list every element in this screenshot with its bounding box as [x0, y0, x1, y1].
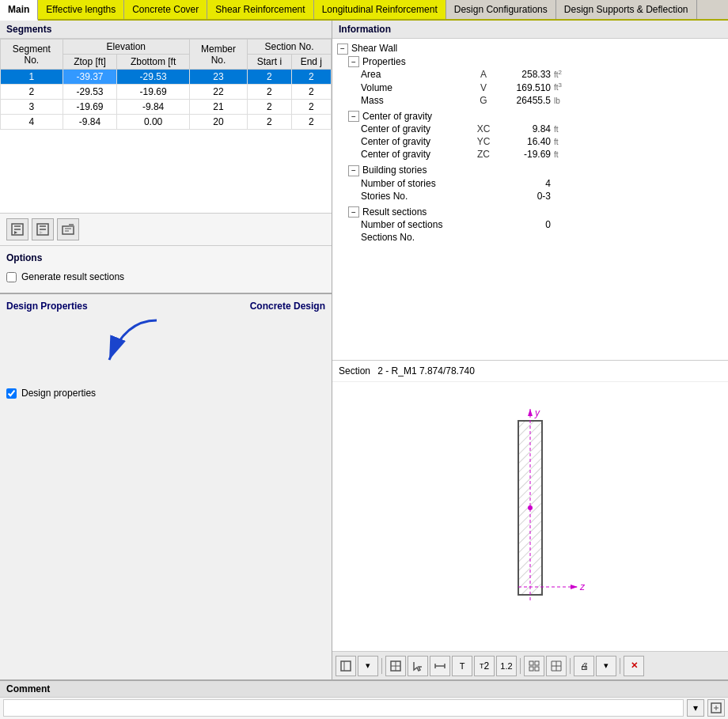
cell-zbottom: -19.69: [117, 85, 190, 100]
cog-xc-row: Center of gravity XC 9.84 ft: [336, 123, 725, 135]
shear-wall-row: − Shear Wall: [336, 42, 725, 55]
cell-end: 2: [291, 70, 331, 85]
tab-concrete-cover[interactable]: Concrete Cover: [124, 0, 207, 19]
cell-member: 23: [189, 70, 247, 85]
close-section-button[interactable]: ✕: [624, 656, 644, 676]
svg-point-17: [528, 505, 533, 510]
col-zbottom: Zbottom [ft: [117, 55, 190, 70]
tab-design-configurations[interactable]: Design Configurations: [446, 0, 556, 19]
area-row: Area A 258.33 ft2: [336, 68, 725, 81]
remove-segment-button[interactable]: [32, 218, 54, 240]
information-header: Information: [332, 21, 728, 39]
design-properties-checkbox[interactable]: [6, 388, 17, 399]
zoom-fit-button[interactable]: [336, 656, 356, 676]
cell-zbottom: -29.53: [117, 70, 190, 85]
dim-button[interactable]: [430, 656, 450, 676]
sections-no-row: Sections No.: [336, 231, 725, 244]
tab-effective-lengths[interactable]: Effective lengths: [38, 0, 124, 19]
cell-end: 2: [291, 115, 331, 130]
table-row[interactable]: 3 -19.69 -9.84 21 2 2: [1, 100, 332, 115]
cell-member: 20: [189, 115, 247, 130]
comment-header: Comment: [0, 681, 728, 698]
generate-result-sections-row: Generate result sections: [6, 271, 325, 282]
comment-input[interactable]: [3, 699, 684, 717]
cell-start: 2: [248, 85, 292, 100]
properties-expand[interactable]: −: [348, 56, 359, 67]
cell-member: 22: [189, 85, 247, 100]
section-title: Section 2 - R_M1 7.874/78.740: [332, 361, 728, 382]
svg-rect-33: [535, 667, 539, 671]
table-row[interactable]: 2 -29.53 -19.69 22 2 2: [1, 85, 332, 100]
col-seg-no: SegmentNo.: [1, 40, 63, 70]
segments-table: SegmentNo. Elevation MemberNo. Section N…: [0, 39, 332, 130]
col-section-no: Section No.: [248, 40, 332, 55]
col-start-i: Start i: [248, 55, 292, 70]
cell-seg: 1: [1, 70, 63, 85]
section-area: Section 2 - R_M1 7.874/78.740: [332, 361, 728, 679]
design-properties-row: Design properties: [6, 388, 325, 399]
col-member-no: MemberNo.: [189, 40, 247, 70]
svg-marker-7: [40, 231, 43, 234]
tab-bar: Main Effective lengths Concrete Cover Sh…: [0, 0, 728, 21]
select-button[interactable]: [408, 656, 428, 676]
tab-longitudinal-reinforcement[interactable]: Longitudinal Reinforcement: [314, 0, 446, 19]
add-segment-button[interactable]: [6, 218, 28, 240]
cell-seg: 3: [1, 100, 63, 115]
cell-zbottom: 0.00: [117, 115, 190, 130]
cell-start: 2: [248, 115, 292, 130]
svg-rect-31: [535, 661, 539, 665]
edit-segment-button[interactable]: [57, 218, 79, 240]
table-row[interactable]: 4 -9.84 0.00 20 2 2: [1, 115, 332, 130]
volume-row: Volume V 169.510 ft3: [336, 81, 725, 93]
building-stories-row: − Building stories: [336, 164, 725, 177]
section-svg: y z: [451, 405, 609, 626]
generate-result-sections-checkbox[interactable]: [6, 272, 17, 282]
svg-marker-11: [69, 224, 74, 227]
concrete-design-label: Concrete Design: [250, 301, 325, 312]
zoom-dropdown-button[interactable]: ▾: [358, 656, 378, 676]
cell-end: 2: [291, 85, 331, 100]
print-button[interactable]: 🖨: [574, 656, 594, 676]
building-stories-expand[interactable]: −: [348, 165, 359, 176]
properties-row: − Properties: [336, 55, 725, 69]
design-properties-label: Design properties: [21, 388, 96, 399]
svg-text:z: z: [579, 581, 586, 592]
cell-ztop: -29.53: [63, 85, 117, 100]
cell-zbottom: -9.84: [117, 100, 190, 115]
pan-button[interactable]: [385, 656, 406, 676]
info-tree: − Shear Wall − Properties Area A 258.33 …: [332, 39, 728, 247]
design-properties-header: Design Properties Concrete Design: [6, 301, 325, 312]
grid-button[interactable]: [524, 656, 544, 676]
number-button[interactable]: 1.2: [496, 656, 517, 676]
stories-no-row: Stories No. 0-3: [336, 190, 725, 202]
svg-marker-19: [571, 585, 578, 589]
cog-expand[interactable]: −: [348, 111, 359, 122]
cell-start: 2: [248, 100, 292, 115]
tab-design-supports[interactable]: Design Supports & Deflection: [556, 0, 697, 19]
options-section: Options Generate result sections: [0, 245, 332, 293]
cog-yc-row: Center of gravity YC 16.40 ft: [336, 135, 725, 148]
generate-result-sections-label: Generate result sections: [21, 271, 124, 282]
comment-dropdown-button[interactable]: ▾: [687, 699, 704, 717]
segments-table-wrapper[interactable]: SegmentNo. Elevation MemberNo. Section N…: [0, 39, 332, 213]
cog-zc-row: Center of gravity ZC -19.69 ft: [336, 148, 725, 161]
tab-shear-reinforcement[interactable]: Shear Reinforcement: [207, 0, 313, 19]
print-dropdown-button[interactable]: ▾: [596, 656, 616, 676]
segments-toolbar: [0, 213, 332, 245]
options-header: Options: [6, 252, 325, 268]
segments-header: Segments: [0, 21, 332, 39]
text-button[interactable]: T: [452, 656, 472, 676]
tab-main[interactable]: Main: [0, 0, 38, 21]
mass-row: Mass G 26455.5 lb: [336, 94, 725, 107]
comment-input-row: ▾: [0, 698, 728, 718]
svg-text:y: y: [534, 407, 540, 418]
num-sections-row: Number of sections 0: [336, 218, 725, 231]
shear-wall-expand[interactable]: −: [337, 44, 348, 55]
section-canvas: y z: [332, 382, 728, 649]
result-sections-expand[interactable]: −: [348, 206, 359, 218]
grid2-button[interactable]: [546, 656, 567, 676]
svg-rect-32: [529, 667, 533, 671]
table-row[interactable]: 1 -39.37 -29.53 23 2 2: [1, 70, 332, 85]
comment-action-button[interactable]: [707, 699, 725, 717]
text2-button[interactable]: T2: [474, 656, 495, 676]
